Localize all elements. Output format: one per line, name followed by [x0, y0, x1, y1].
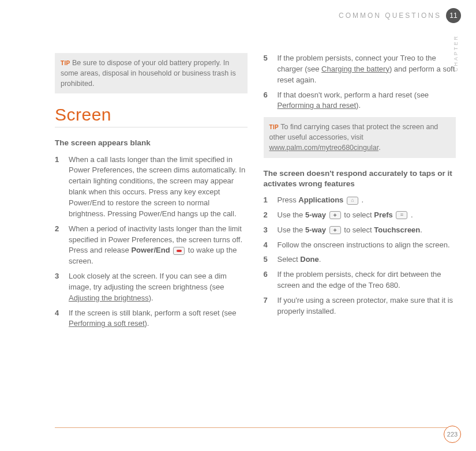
chapter-side-label: CHAPTER: [453, 35, 459, 72]
chapter-number-badge: 11: [446, 8, 461, 23]
step-number: 6: [264, 269, 272, 291]
power-end-icon: [173, 247, 185, 255]
step-number: 4: [55, 308, 63, 330]
tip-text: Be sure to dispose of your old battery p…: [61, 59, 236, 88]
link-hard-reset[interactable]: Performing a hard reset: [278, 101, 357, 110]
list-item: 2 Use the 5-way to select Prefs ≡ .: [264, 210, 456, 221]
list-item: 3 Look closely at the screen. If you can…: [55, 271, 248, 304]
left-column: TIP Be sure to dispose of your old batte…: [55, 53, 248, 409]
step-number: 3: [264, 225, 272, 236]
step-text: Look closely at the screen. If you can s…: [69, 271, 248, 304]
list-item: 5 If the problem persists, connect your …: [264, 53, 456, 86]
step-number: 6: [264, 90, 272, 112]
link-soft-reset[interactable]: Performing a soft reset: [69, 319, 145, 328]
tip-text-post: .: [378, 144, 380, 152]
tip-box-battery: TIP Be sure to dispose of your old batte…: [55, 53, 248, 93]
step-number: 2: [264, 210, 272, 221]
step-text: When a period of inactivity lasts longer…: [69, 224, 248, 267]
link-adjust-brightness[interactable]: Adjusting the brightness: [69, 294, 149, 302]
five-way-icon: [329, 211, 341, 219]
page-number-badge: 223: [444, 426, 461, 443]
step-text: If that doesn't work, perform a hard res…: [278, 90, 456, 112]
step-number: 1: [264, 195, 272, 206]
step-number: 5: [264, 254, 272, 265]
list-item: 2 When a period of inactivity lasts long…: [55, 224, 248, 267]
list-touch: 1 Press Applications ⌂ . 2 Use the 5-way…: [264, 195, 456, 317]
step-text: Follow the onscreen instructions to alig…: [278, 240, 456, 251]
list-item: 5 Select Done.: [264, 254, 456, 265]
step-text: Use the 5-way to select Prefs ≡ .: [278, 210, 456, 221]
link-charging-battery[interactable]: Charging the battery: [321, 65, 389, 73]
list-item: 6 If that doesn't work, perform a hard r…: [264, 90, 456, 112]
tip-box-accessories: TIP To find carrying cases that protect …: [264, 117, 456, 157]
right-column: 5 If the problem persists, connect your …: [264, 53, 456, 409]
section-heading-screen: Screen: [55, 105, 248, 127]
list-item: 7 If you're using a screen protector, ma…: [264, 295, 456, 317]
step-text: Select Done.: [278, 254, 456, 265]
step-text: If the problem persists, check for dirt …: [278, 269, 456, 291]
step-text: When a call lasts longer than the limit …: [69, 155, 248, 220]
step-text: Press Applications ⌂ .: [278, 195, 456, 206]
step-number: 1: [55, 155, 63, 220]
step-text: If you're using a screen protector, make…: [278, 295, 456, 317]
page: COMMON QUESTIONS 11 CHAPTER TIP Be sure …: [0, 0, 476, 451]
applications-icon: ⌂: [347, 197, 358, 205]
tip-text-pre: To find carrying cases that protect the …: [269, 123, 438, 141]
list-screen-blank: 1 When a call lasts longer than the limi…: [55, 155, 248, 330]
list-item: 4 If the screen is still blank, perform …: [55, 308, 248, 330]
step-number: 3: [55, 271, 63, 304]
step-number: 4: [264, 240, 272, 251]
subhead-touch: The screen doesn't respond accurately to…: [264, 168, 456, 189]
link-palm-url[interactable]: www.palm.com/mytreo680cingular: [269, 144, 379, 152]
list-item: 3 Use the 5-way to select Touchscreen.: [264, 225, 456, 236]
prefs-icon: ≡: [396, 211, 407, 219]
list-item: 1 Press Applications ⌂ .: [264, 195, 456, 206]
tip-label: TIP: [269, 124, 279, 130]
content-columns: TIP Be sure to dispose of your old batte…: [55, 53, 456, 409]
tip-label: TIP: [61, 60, 70, 66]
list-item: 6 If the problem persists, check for dir…: [264, 269, 456, 291]
step-number: 5: [264, 53, 272, 86]
list-item: 1 When a call lasts longer than the limi…: [55, 155, 248, 220]
step-number: 2: [55, 224, 63, 267]
subhead-blank: The screen appears blank: [55, 138, 248, 148]
five-way-icon: [329, 226, 341, 234]
step-text: If the problem persists, connect your Tr…: [278, 53, 456, 86]
step-text: Use the 5-way to select Touchscreen.: [278, 225, 456, 236]
step-number: 7: [264, 295, 272, 317]
list-screen-blank-cont: 5 If the problem persists, connect your …: [264, 53, 456, 111]
footer-rule: [55, 427, 456, 428]
header-section: COMMON QUESTIONS: [339, 12, 441, 20]
step-text: If the screen is still blank, perform a …: [69, 308, 248, 330]
list-item: 4 Follow the onscreen instructions to al…: [264, 240, 456, 251]
